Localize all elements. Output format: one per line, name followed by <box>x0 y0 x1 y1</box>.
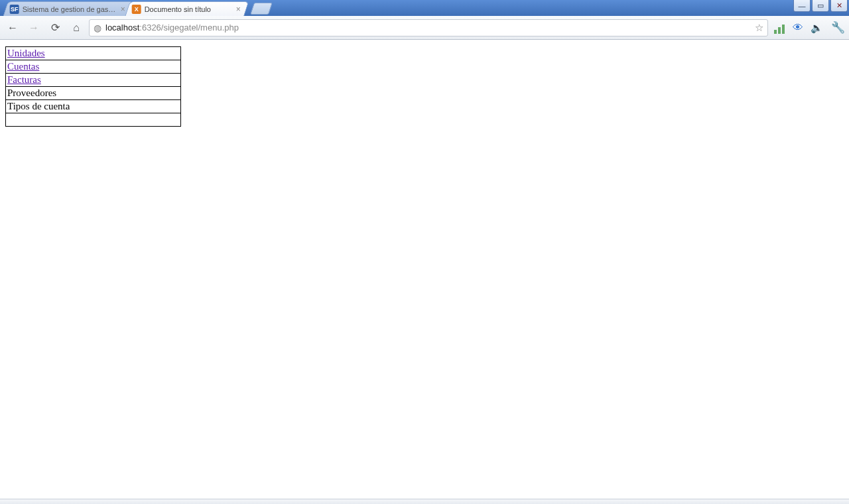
extension-icons: 👁 🔈 <box>772 22 826 34</box>
status-bar <box>0 499 849 504</box>
menu-link-unidades[interactable]: Unidades <box>7 48 45 58</box>
table-row: Proveedores <box>6 87 181 100</box>
menu-item-empty <box>6 113 181 127</box>
sound-extension-icon[interactable]: 🔈 <box>811 22 822 34</box>
menu-item-proveedores: Proveedores <box>6 87 181 100</box>
url-text: localhost:6326/sigegatel/menu.php <box>105 23 751 32</box>
tab-close-icon[interactable]: × <box>121 5 125 14</box>
bookmark-star-icon[interactable]: ☆ <box>755 22 763 34</box>
table-row: Unidades <box>6 47 181 60</box>
menu-link-cuentas[interactable]: Cuentas <box>7 61 39 72</box>
page-viewport: Unidades Cuentas Facturas Proveedores Ti… <box>0 40 849 499</box>
tab-documento-sin-titulo[interactable]: X Documento sin título × <box>125 1 249 16</box>
maximize-button[interactable]: ▭ <box>812 0 829 12</box>
browser-window: SF Sistema de gestion de gastos × X Docu… <box>0 0 849 504</box>
toolbar: ← → ⟳ ⌂ ◍ localhost:6326/sigegatel/menu.… <box>0 16 849 40</box>
eye-extension-icon[interactable]: 👁 <box>792 22 804 34</box>
tab-close-icon[interactable]: × <box>236 5 241 14</box>
table-row: Facturas <box>6 74 181 87</box>
url-host: localhost <box>105 23 139 32</box>
menu-link-facturas[interactable]: Facturas <box>7 74 41 85</box>
url-path: :6326/sigegatel/menu.php <box>139 23 239 32</box>
window-controls: — ▭ ✕ <box>793 0 848 12</box>
table-row: Cuentas <box>6 60 181 74</box>
menu-table: Unidades Cuentas Facturas Proveedores Ti… <box>5 46 181 127</box>
new-tab-button[interactable] <box>250 3 273 15</box>
tab-strip: SF Sistema de gestion de gastos × X Docu… <box>5 0 271 16</box>
menu-item-tipos-cuenta: Tipos de cuenta <box>6 100 181 113</box>
table-row: Tipos de cuenta <box>6 100 181 113</box>
wrench-menu-icon[interactable]: 🔧 <box>830 21 845 35</box>
reload-button[interactable]: ⟳ <box>46 19 64 36</box>
favicon-icon: SF <box>10 5 19 14</box>
tab-title: Documento sin título <box>145 5 232 13</box>
back-button[interactable]: ← <box>4 19 21 36</box>
home-button[interactable]: ⌂ <box>68 19 85 36</box>
tab-title: Sistema de gestion de gastos <box>23 5 117 13</box>
tab-sistema-gestion[interactable]: SF Sistema de gestion de gastos × <box>3 1 133 16</box>
close-button[interactable]: ✕ <box>830 0 848 12</box>
site-info-icon[interactable]: ◍ <box>94 23 101 33</box>
table-row <box>6 113 181 127</box>
address-bar[interactable]: ◍ localhost:6326/sigegatel/menu.php ☆ <box>89 19 768 36</box>
favicon-icon: X <box>132 5 141 14</box>
forward-button[interactable]: → <box>25 19 42 36</box>
signal-bars-icon[interactable] <box>773 22 785 34</box>
titlebar: SF Sistema de gestion de gastos × X Docu… <box>0 0 849 16</box>
minimize-button[interactable]: — <box>793 0 811 12</box>
